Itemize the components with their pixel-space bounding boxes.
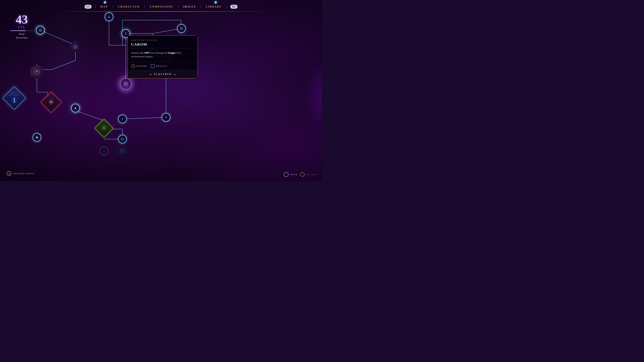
svg-line-9 [52,60,76,69]
tooltip-bold-2: Stagger [168,52,176,54]
skill-node-large-hex-bottom-shape[interactable] [116,144,129,158]
skill-icon-small-bottom: ⬧ [103,149,105,152]
level-bar [10,30,34,31]
skill-icon-far-right-mid [164,116,168,119]
points-available-container: POINTS AVAILABLE 1 [5,89,24,107]
svg-point-39 [125,83,126,84]
tooltip-bold-1: 100% [144,52,150,54]
nav-item-library[interactable]: LIBRARY [204,4,223,9]
watermark-text: THEGAMER [305,174,317,175]
svg-line-21 [152,28,181,33]
nav-sep-6: | [226,5,227,8]
level-bar-fill [10,30,25,31]
tooltip-body: Enemies take 100% more damage and Stagge… [128,48,198,62]
skill-node-top-center-circle[interactable]: ⬧ [105,12,113,21]
tooltip-corner-br [196,77,198,78]
bottom-left-hint: △ REFUND POINTS [7,171,35,176]
skill-node-mid-hex[interactable] [70,41,81,53]
hint-triangle-icon: △ [8,172,10,175]
level-label: LVL [3,25,40,29]
skill-node-far-right-mid[interactable] [162,113,170,122]
skill-icon-small-shield [121,138,124,141]
refund-button[interactable]: ✕ REFUND [131,64,147,68]
skill-icon-hex-bottom [120,148,125,153]
nav-item-skills[interactable]: SKILLS [182,4,197,9]
svg-point-40 [50,101,52,103]
skill-node-diamond-shape[interactable] [40,91,62,113]
hint-refund-text: REFUND POINTS [14,172,35,175]
skill-node-top-right-circle[interactable] [177,24,186,33]
refund-label: REFUND [136,65,147,67]
skill-node-bottom-center[interactable] [118,135,127,143]
thegamer-diamond-icon [300,172,305,177]
skill-icon-br-1 [121,117,124,120]
thegamer-logo: THEGAMER [300,173,317,176]
skill-node-fist-circle[interactable] [71,104,80,112]
skill-node-carom[interactable] [120,78,132,89]
svg-point-37 [181,28,182,28]
nav-sep-5: | [200,5,201,8]
nav-item-companions[interactable]: COMPANIONS [148,4,174,9]
skill-node-carom-circle[interactable] [120,78,132,89]
skill-icon-diamond-ability [48,99,54,105]
points-label: POINTS AVAILABLE [8,92,20,96]
skill-node-bottom-right-1-circle[interactable] [118,115,127,123]
back-button-hint[interactable]: ○ [284,172,288,177]
skill-node-far-right-mid-circle[interactable] [162,113,170,122]
node-icon-top-center: ⬧ [108,15,110,19]
skill-node-top-right[interactable] [177,24,186,33]
skill-node-small-bottom-circle[interactable]: ⬧ [100,146,108,155]
skill-node-mid-hex-shape[interactable] [70,41,81,53]
hint-back-text: BACK [290,173,298,176]
skill-icon-carom [123,81,128,86]
left-panel: 43 LVL "Rook" Tom de Riva [3,13,40,41]
refund-points-button-hint[interactable]: △ [7,171,12,176]
skill-icon-snowflake [35,136,39,139]
skill-node-diamond-sq[interactable] [44,95,59,110]
skill-node-bottom-diamond-content [101,125,107,131]
level-display: 43 LVL "Rook" Tom de Riva [3,13,40,40]
skill-node-top-center[interactable]: ⬧ [105,12,113,21]
skill-node-main-hex[interactable] [29,64,44,80]
nav-item-map[interactable]: MAP [99,4,109,9]
refund-icon: ✕ [131,64,135,68]
skill-icon-wings-shield [33,68,40,76]
tooltip-corner-tl [128,35,129,36]
tooltip-corner-bl [128,77,129,78]
skill-node-fist[interactable] [71,104,80,112]
tooltip-type: GREATER PASSIVE [131,39,194,41]
nav-sep-1: | [95,5,96,8]
skill-icon-hex-shield [73,44,78,49]
skill-tooltip-panel: GREATER PASSIVE CAROM Enemies take 100% … [128,35,198,78]
footer-arrow-right: ▸ [174,72,176,76]
nav-r1-button[interactable]: R1 [230,5,238,9]
nav-item-character[interactable]: CHARACTER [116,4,141,9]
skill-node-bottom-right-1[interactable] [118,115,127,123]
footer-arrow-left: ◂ [150,72,151,76]
details-icon: □ [150,64,155,68]
skill-node-bottom-center-circle[interactable] [118,135,127,143]
tooltip-name: CAROM [131,42,194,46]
tooltip-corner-tr [196,35,198,36]
tooltip-status: ACQUIRED [154,73,172,76]
nav-sep-2: | [112,5,113,8]
level-number: 43 [3,13,40,25]
points-diamond-content: POINTS AVAILABLE 1 [5,89,24,107]
navigation-bar: L1 | MAP | CHARACTER | COMPANIONS | SKIL… [0,0,322,12]
skill-node-bottom-diamond[interactable] [97,121,111,135]
skill-node-ice-bottom[interactable] [32,133,41,142]
tooltip-header: GREATER PASSIVE CAROM [128,35,198,48]
svg-marker-43 [121,150,124,152]
bottom-right-hint: ○ BACK THEGAMER [284,172,317,177]
skill-node-large-hex-bottom[interactable] [116,144,129,158]
skill-icon-nature-shield [101,125,107,131]
skill-node-ice-bottom-circle[interactable] [32,133,41,142]
skill-node-bottom-diamond-shape[interactable] [94,119,113,138]
skill-icon-info [180,27,183,30]
nav-l1-button[interactable]: L1 [84,5,92,9]
skill-node-main-left[interactable] [29,64,44,80]
skill-node-small-bottom[interactable]: ⬧ [100,146,108,155]
details-button[interactable]: □ DETAILS [150,64,167,68]
svg-point-49 [36,137,37,138]
skill-icon-sword-flame [124,32,128,35]
